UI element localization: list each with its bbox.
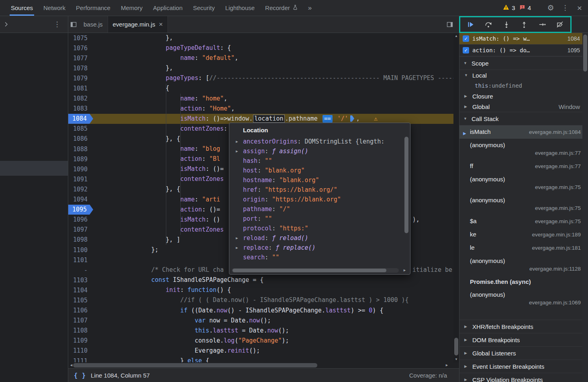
line-number[interactable]: 1091 (68, 174, 93, 184)
panel-tab-memory[interactable]: Memory (116, 0, 148, 16)
panel-tab-application[interactable]: Application (148, 0, 188, 16)
scope-group-local[interactable]: ▼Local (459, 70, 588, 80)
panel-tab-security[interactable]: Security (188, 0, 220, 16)
line-number[interactable]: 1089 (68, 154, 93, 164)
popover-vertical-scrollbar-thumb[interactable] (404, 137, 408, 233)
breakpoint-line-number[interactable]: 1084 (68, 114, 93, 124)
call-stack-section-header[interactable]: ▼ Call Stack (459, 112, 588, 125)
deactivate-breakpoints-button[interactable] (554, 19, 566, 30)
resume-button[interactable] (465, 19, 476, 30)
scroll-down-arrow-icon[interactable]: ▼ (455, 357, 458, 361)
line-number[interactable]: 1105 (68, 295, 93, 305)
call-stack-frame[interactable]: (anonymous)evergage.min.js:77 (459, 139, 588, 160)
line-number[interactable]: 1101 (68, 255, 93, 265)
navigator-selected-file-row[interactable] (0, 161, 68, 176)
panel-tab-performance[interactable]: Performance (71, 0, 116, 16)
sidebar-section-event-listener-breakpoints[interactable]: ▶Event Listener Breakpoints (459, 359, 588, 373)
scrollbar-thumb[interactable] (233, 269, 386, 272)
more-panels-button[interactable]: » (303, 0, 316, 16)
inline-breakpoint-marker-icon[interactable] (350, 115, 354, 122)
call-stack-frame[interactable]: (anonymous)evergage.min.js:1069 (459, 288, 588, 309)
editor-vertical-scrollbar[interactable]: ▲ ▼ (453, 33, 459, 362)
issues-indicator[interactable]: 4 (519, 4, 531, 12)
close-devtools-button[interactable]: × (574, 2, 585, 14)
panel-tab-network[interactable]: Network (38, 0, 71, 16)
line-number[interactable]: 1076 (68, 43, 93, 53)
object-property-row[interactable]: ▶reload: ƒ reload() (229, 233, 410, 243)
line-number[interactable]: 1082 (68, 94, 93, 104)
object-property-row[interactable]: ▶ancestorOrigins: DOMStringList {length: (229, 137, 410, 146)
scope-variable[interactable]: this: undefined (459, 80, 588, 91)
line-number[interactable]: 1094 (68, 195, 93, 205)
panel-tab-recorder[interactable]: Recorder (260, 0, 303, 16)
popover-horizontal-scrollbar[interactable] (232, 268, 399, 273)
call-stack-frame[interactable]: (anonymous)evergage.min.js:75 (459, 173, 588, 194)
breakpoint-entry[interactable]: ✓action: () => do…1095 (459, 45, 588, 56)
line-number[interactable]: 1098 (68, 235, 93, 245)
scrollbar-thumb[interactable] (454, 338, 458, 355)
sidebar-section-csp-violation-breakpoints[interactable]: ▶CSP Violation Breakpoints (459, 373, 588, 382)
line-number[interactable]: 1110 (68, 346, 93, 356)
close-tab-icon[interactable]: × (159, 21, 163, 29)
line-number[interactable]: 1107 (68, 316, 93, 326)
editor-horizontal-scrollbar[interactable]: ◄ ► (68, 362, 459, 368)
scroll-right-arrow-icon[interactable]: ► (445, 363, 449, 367)
toggle-debugger-panel-icon[interactable] (445, 19, 455, 30)
scrollbar-thumb[interactable] (583, 35, 587, 72)
line-number[interactable]: 1109 (68, 336, 93, 346)
line-number[interactable]: 1086 (68, 134, 93, 144)
line-number[interactable]: 1075 (68, 33, 93, 43)
pretty-print-button[interactable]: { } (74, 372, 86, 379)
sidebar-scrollbar[interactable] (582, 33, 588, 382)
scope-group-closure[interactable]: ▶Closure (459, 91, 588, 101)
line-number[interactable]: 1108 (68, 326, 93, 336)
navigator-more-options-icon[interactable]: ⋮ (52, 19, 62, 30)
inline-breakpoint-marker-icon[interactable]: == (323, 115, 333, 123)
scope-group-global[interactable]: ▶GlobalWindow (459, 101, 588, 112)
sidebar-section-dom-breakpoints[interactable]: ▶DOM Breakpoints (459, 333, 588, 346)
toggle-navigator-panel-icon[interactable] (68, 19, 79, 30)
expand-navigator-chevron-icon[interactable] (1, 19, 11, 30)
call-stack-frame[interactable]: (anonymous)evergage.min.js:1128 (459, 255, 588, 275)
line-number[interactable]: 1077 (68, 53, 93, 63)
line-number[interactable]: 1085 (68, 124, 93, 134)
call-stack-frame[interactable]: (anonymous)evergage.min.js:75 (459, 194, 588, 215)
step-out-button[interactable] (519, 19, 530, 30)
panel-tab-lighthouse[interactable]: Lighthouse (220, 0, 260, 16)
line-number[interactable]: 1083 (68, 104, 93, 114)
breakpoint-line-number[interactable]: 1095 (68, 205, 93, 215)
line-number[interactable]: 1088 (68, 144, 93, 154)
call-stack-frame[interactable]: keevergage.min.js:189 (459, 228, 588, 241)
editor-tab-evergage-min-js[interactable]: evergage.min.js× (108, 16, 168, 33)
panel-tab-sources[interactable]: Sources (6, 0, 38, 16)
line-number[interactable]: 1079 (68, 73, 93, 83)
line-number[interactable]: 1097 (68, 225, 93, 235)
step-over-button[interactable] (483, 19, 494, 30)
hovered-expression[interactable]: location (253, 115, 284, 123)
call-stack-frame[interactable]: isMatchevergage.min.js:1084 (459, 125, 588, 139)
line-number[interactable]: 1092 (68, 184, 93, 194)
line-number[interactable]: 1081 (68, 83, 93, 93)
breakpoint-entry[interactable]: ✓isMatch: () => w…1084 (459, 33, 588, 45)
call-stack-frame[interactable]: ffevergage.min.js:77 (459, 160, 588, 173)
call-stack-frame[interactable]: $aevergage.min.js:75 (459, 215, 588, 228)
line-number[interactable]: 1103 (68, 275, 93, 285)
line-number[interactable]: 1090 (68, 164, 93, 174)
scope-section-header[interactable]: ▼ Scope (459, 56, 588, 70)
step-button[interactable] (537, 19, 548, 30)
step-into-button[interactable] (501, 19, 512, 30)
editor-tab-base-js[interactable]: base.js (79, 16, 108, 33)
line-number[interactable]: 1100 (68, 245, 93, 255)
object-property-row[interactable]: ▶assign: ƒ assign() (229, 146, 410, 156)
line-number[interactable]: 1078 (68, 63, 93, 73)
scroll-left-arrow-icon[interactable]: ◄ (69, 363, 73, 367)
scrollbar-thumb[interactable] (73, 363, 317, 368)
sidebar-section-global-listeners[interactable]: ▶Global Listeners (459, 346, 588, 359)
sidebar-section-xhr-fetch-breakpoints[interactable]: ▶XHR/fetch Breakpoints (459, 320, 588, 333)
line-number[interactable]: 1106 (68, 306, 93, 316)
object-property-row[interactable]: ▶replace: ƒ replace() (229, 243, 410, 253)
line-number[interactable]: 1111 (68, 356, 93, 362)
breakpoint-checkbox[interactable]: ✓ (463, 35, 469, 42)
line-number[interactable]: 1096 (68, 215, 93, 225)
warnings-indicator[interactable]: 3 (503, 4, 515, 12)
